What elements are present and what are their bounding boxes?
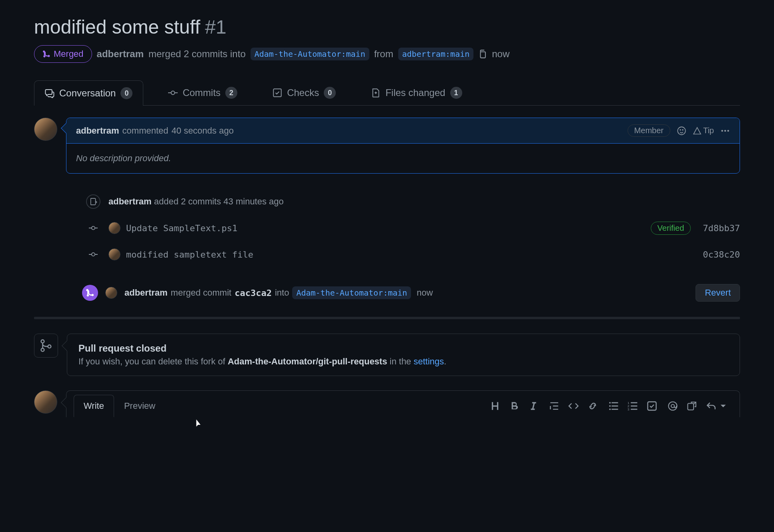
svg-point-5 <box>682 129 683 130</box>
svg-rect-18 <box>612 406 618 407</box>
editor-tab-preview[interactable]: Preview <box>114 395 165 417</box>
avatar[interactable] <box>34 390 57 414</box>
cross-reference-icon <box>687 401 697 411</box>
closed-desc: If you wish, you can delete this fork of… <box>78 356 728 367</box>
link-button[interactable] <box>588 401 598 411</box>
commit-message[interactable]: modified sampletext file <box>126 250 253 260</box>
italic-icon <box>528 401 539 411</box>
comment-verb: commented <box>122 126 168 136</box>
revert-button[interactable]: Revert <box>696 284 740 302</box>
mention-button[interactable] <box>668 401 678 411</box>
merge-author[interactable]: adbertram <box>124 288 168 298</box>
svg-rect-19 <box>612 409 618 410</box>
merge-branch[interactable]: Adam-the-Automator:main <box>292 286 411 299</box>
quote-icon <box>549 401 559 411</box>
push-event-text: adbertram added 2 commits 43 minutes ago <box>108 196 284 207</box>
code-button[interactable] <box>568 401 579 411</box>
push-event-time[interactable]: 43 minutes ago <box>223 196 283 206</box>
svg-point-11 <box>41 340 44 343</box>
heading-icon <box>490 401 500 411</box>
tab-commits-count: 2 <box>225 87 237 99</box>
repo-push-icon <box>86 194 100 209</box>
ul-button[interactable] <box>608 401 619 411</box>
verified-badge[interactable]: Verified <box>651 222 691 235</box>
svg-rect-29 <box>688 404 694 410</box>
avatar[interactable] <box>34 118 57 141</box>
bold-button[interactable] <box>509 401 519 411</box>
git-merge-icon <box>82 285 98 301</box>
comment-header: adbertram commented 40 seconds ago Membe… <box>66 118 740 144</box>
source-branch-pill[interactable]: adbertram:main <box>398 48 474 60</box>
tab-files-label: Files changed <box>385 87 445 98</box>
files-icon <box>371 88 381 98</box>
copy-branch-button[interactable] <box>478 50 487 58</box>
tab-conversation-label: Conversation <box>59 88 116 99</box>
commit-sha[interactable]: 0c38c20 <box>703 250 740 260</box>
status-badge: Merged <box>34 45 92 63</box>
pr-number: #1 <box>205 16 226 38</box>
link-icon <box>588 401 598 411</box>
svg-rect-24 <box>631 406 637 407</box>
react-button[interactable] <box>677 126 686 136</box>
tab-commits[interactable]: Commits 2 <box>158 80 248 105</box>
editor-box: Write Preview <box>66 390 740 417</box>
target-branch-pill[interactable]: Adam-the-Automator:main <box>251 48 369 60</box>
pr-meta-row: Merged adbertram merged 2 commits into A… <box>34 45 740 63</box>
avatar[interactable] <box>108 222 120 234</box>
tip-button[interactable]: Tip <box>693 126 714 135</box>
settings-link[interactable]: settings <box>413 356 444 366</box>
commit-sha[interactable]: 7d8bb37 <box>703 223 740 233</box>
push-event-author[interactable]: adbertram <box>108 196 152 206</box>
svg-point-12 <box>41 348 44 352</box>
tab-checks-label: Checks <box>287 87 319 98</box>
merge-sha[interactable]: cac3ca2 <box>235 288 272 298</box>
meta-author[interactable]: adbertram <box>97 48 144 60</box>
svg-point-4 <box>680 129 681 130</box>
push-event: adbertram added 2 commits 43 minutes ago <box>86 194 740 209</box>
svg-point-28 <box>671 404 674 408</box>
divider <box>34 317 740 319</box>
svg-point-10 <box>92 253 95 256</box>
reply-icon <box>706 401 716 411</box>
commit-row: Update SampleText.ps1 Verified 7d8bb37 <box>86 221 740 235</box>
avatar[interactable] <box>108 248 120 260</box>
tasklist-button[interactable] <box>647 401 657 411</box>
svg-rect-17 <box>612 402 618 404</box>
smiley-icon <box>677 126 686 136</box>
tab-files[interactable]: Files changed 1 <box>361 80 472 105</box>
commits-icon <box>168 88 178 98</box>
commit-row: modified sampletext file 0c38c20 <box>86 247 740 262</box>
reference-button[interactable] <box>687 401 697 411</box>
reply-button[interactable] <box>706 401 728 411</box>
comment-time[interactable]: 40 seconds ago <box>172 126 234 136</box>
checks-icon <box>273 88 282 98</box>
svg-point-9 <box>92 226 95 230</box>
avatar[interactable] <box>105 287 117 299</box>
svg-rect-0 <box>481 52 485 58</box>
comment-author[interactable]: adbertram <box>76 126 119 136</box>
code-icon <box>568 401 579 411</box>
heading-button[interactable] <box>490 401 500 411</box>
quote-button[interactable] <box>549 401 559 411</box>
svg-point-14 <box>609 402 611 404</box>
svg-point-7 <box>724 130 726 132</box>
commit-icon <box>86 221 100 235</box>
kebab-icon <box>720 126 730 136</box>
formatting-toolbar: 123 <box>490 401 732 411</box>
commit-message[interactable]: Update SampleText.ps1 <box>126 223 237 233</box>
italic-button[interactable] <box>528 401 539 411</box>
editor-tab-write[interactable]: Write <box>74 395 114 417</box>
meta-merge-text-pre: merged 2 commits into <box>148 48 246 60</box>
list-ul-icon <box>608 401 619 411</box>
meta-when: now <box>492 48 509 60</box>
tab-conversation[interactable]: Conversation 0 <box>34 80 143 106</box>
mention-icon <box>668 401 678 411</box>
svg-point-13 <box>48 345 51 348</box>
comment-menu-button[interactable] <box>720 126 730 136</box>
ol-button[interactable]: 123 <box>628 401 638 411</box>
tab-checks[interactable]: Checks 0 <box>262 80 346 105</box>
pr-title: modified some stuff <box>34 16 200 38</box>
merge-when: now <box>417 288 433 298</box>
svg-text:3: 3 <box>628 408 630 411</box>
svg-point-8 <box>727 130 729 132</box>
